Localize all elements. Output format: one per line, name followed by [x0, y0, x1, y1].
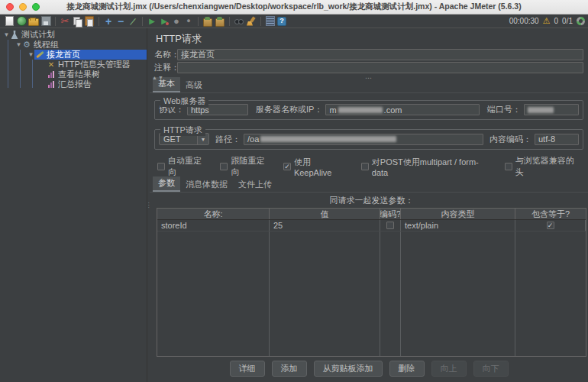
open-file-icon[interactable] [28, 16, 39, 27]
start-icon[interactable]: ▶ [147, 16, 157, 27]
param-value-cell[interactable]: 25 [270, 220, 380, 231]
detail-button[interactable]: 详细 [230, 361, 265, 377]
thread-group-icon: ⚙ [22, 40, 31, 50]
comment-label: 注释： [154, 62, 177, 73]
zoom-window-button[interactable] [32, 3, 40, 11]
toolbar-separator [198, 17, 199, 26]
header-manager-icon: ✕ [47, 60, 56, 70]
server-name-input[interactable]: m .com [325, 104, 480, 115]
stop-icon[interactable]: ● [171, 16, 182, 27]
path-input[interactable]: /oa [244, 134, 483, 145]
elapsed-timer: 00:00:30 [509, 17, 539, 25]
collapse-all-icon[interactable]: − [115, 16, 126, 27]
paste-icon[interactable] [84, 16, 95, 27]
tree-guide-line [8, 40, 8, 88]
checkbox-icon[interactable] [361, 163, 369, 170]
titlebar: 接龙商城测试计划.jmx (/Users/chenxiangwen/Deskto… [0, 0, 588, 15]
checkbox-icon[interactable] [157, 163, 165, 170]
copy-icon[interactable] [72, 16, 82, 27]
add-from-clipboard-button[interactable]: 从剪贴板添加 [314, 361, 383, 377]
add-button[interactable]: 添加 [272, 361, 307, 377]
http-request-legend: HTTP请求 [160, 125, 205, 136]
expand-all-icon[interactable]: + [103, 16, 114, 27]
col-name[interactable]: 名称: [157, 209, 270, 219]
param-name-cell[interactable]: storeId [157, 220, 270, 231]
log-warning-icon[interactable]: ⚠ [543, 16, 551, 26]
web-server-legend: Web服务器 [160, 96, 208, 107]
summary-report-icon [47, 80, 56, 89]
tab-parameters[interactable]: 参数 [153, 176, 180, 192]
splitter-grip-icon: ⋯ [150, 74, 588, 82]
tree-item-summary-report[interactable]: 汇总报告 [0, 79, 147, 89]
tree-guide-line [32, 60, 33, 88]
test-plan-icon [10, 31, 19, 40]
option-follow-redirects[interactable]: 跟随重定向 [220, 155, 272, 178]
web-server-group: Web服务器 协议： https 服务器名称或IP： m .com 端口号： [154, 100, 583, 120]
param-content-type-cell[interactable]: text/plain [401, 220, 515, 231]
minimize-window-button[interactable] [19, 3, 27, 11]
option-use-keepalive[interactable]: 使用 KeepAlive [283, 157, 351, 177]
name-label: 名称： [154, 49, 177, 60]
table-caption: 同请求一起发送参数： [157, 193, 586, 208]
tab-body-data[interactable]: 消息体数据 [180, 178, 233, 192]
name-input[interactable]: 接龙首页 [177, 49, 583, 60]
table-empty-area[interactable] [157, 231, 586, 356]
content-area: ▼ 测试计划 ▼ ⚙ 线程组 ▼ 接龙首页 ✕ HTTP信息头管理器 [0, 28, 588, 382]
redacted-path [260, 136, 396, 142]
new-file-icon[interactable] [4, 16, 15, 27]
checkbox-icon[interactable] [505, 163, 512, 170]
option-multipart-form-data[interactable]: 对POST使用multipart / form-data [361, 157, 494, 177]
col-include-equals[interactable]: 包含等于? [515, 209, 586, 219]
port-input[interactable] [524, 104, 579, 115]
toggle-icon[interactable]: ∕ [127, 15, 139, 28]
toolbar-separator [229, 17, 230, 26]
clear-all-icon[interactable] [215, 16, 225, 27]
tree-item-test-plan[interactable]: ▼ 测试计划 [0, 30, 147, 40]
warning-count: 0 [554, 17, 559, 25]
checkbox-checked-icon[interactable] [283, 163, 291, 170]
basic-advanced-tabs: 基本 高级 [150, 81, 588, 93]
option-redirect-automatically[interactable]: 自动重定向 [157, 155, 209, 178]
param-encode-cell[interactable] [380, 220, 401, 231]
param-include-equals-cell[interactable] [515, 220, 586, 231]
toolbar-separator [99, 17, 99, 26]
path-label: 路径： [215, 134, 241, 145]
clear-icon[interactable] [202, 16, 213, 27]
request-options: 自动重定向 跟随重定向 使用 KeepAlive 对POST使用multipar… [150, 152, 588, 180]
remote-threads-icon [577, 17, 585, 25]
redacted-server-name [338, 107, 383, 113]
expand-arrow-icon[interactable]: ▼ [15, 41, 22, 48]
cut-icon[interactable]: ✂ [60, 16, 70, 27]
shutdown-icon[interactable]: ● [183, 16, 194, 27]
start-no-pauses-icon[interactable]: ▶ [159, 16, 170, 27]
col-encode[interactable]: 编码? [380, 209, 401, 219]
test-plan-tree: ▼ 测试计划 ▼ ⚙ 线程组 ▼ 接龙首页 ✕ HTTP信息头管理器 [0, 28, 147, 382]
move-down-button[interactable]: 向下 [473, 361, 509, 377]
checkbox-checked-icon[interactable] [547, 222, 554, 229]
col-value[interactable]: 值 [270, 209, 380, 219]
templates-icon[interactable] [16, 16, 27, 27]
table-row[interactable]: storeId 25 text/plain [157, 220, 586, 231]
panel-splitter[interactable]: ▲▼ ⋯ [150, 74, 588, 81]
tab-files-upload[interactable]: 文件上传 [233, 178, 277, 192]
move-up-button[interactable]: 向上 [431, 361, 467, 377]
expand-arrow-icon[interactable]: ▼ [3, 31, 10, 38]
help-icon[interactable]: ? [277, 17, 286, 26]
comment-input[interactable] [177, 62, 583, 73]
function-helper-icon[interactable] [265, 16, 276, 27]
delete-button[interactable]: 删除 [389, 361, 425, 377]
checkbox-icon[interactable] [386, 222, 394, 229]
expand-arrow-icon[interactable]: ▼ [27, 51, 34, 58]
http-request-panel: HTTP请求 名称： 接龙首页 注释： ▲▼ ⋯ 基本 高级 Web服务器 [150, 28, 588, 382]
close-window-button[interactable] [6, 3, 14, 11]
panel-title: HTTP请求 [150, 28, 588, 48]
search-reset-icon[interactable] [246, 16, 257, 27]
parameters-zone: 同请求一起发送参数： 名称: 值 编码? 内容类型 包含等于? storeId … [150, 193, 588, 357]
checkbox-icon[interactable] [220, 163, 228, 170]
col-content-type[interactable]: 内容类型 [401, 209, 515, 219]
search-icon[interactable] [234, 16, 244, 27]
content-encoding-input[interactable]: utf-8 [535, 134, 579, 145]
option-browser-compatible-headers[interactable]: 与浏览器兼容的头 [505, 155, 582, 178]
content-encoding-label: 内容编码： [489, 134, 531, 145]
save-icon[interactable] [40, 16, 51, 27]
